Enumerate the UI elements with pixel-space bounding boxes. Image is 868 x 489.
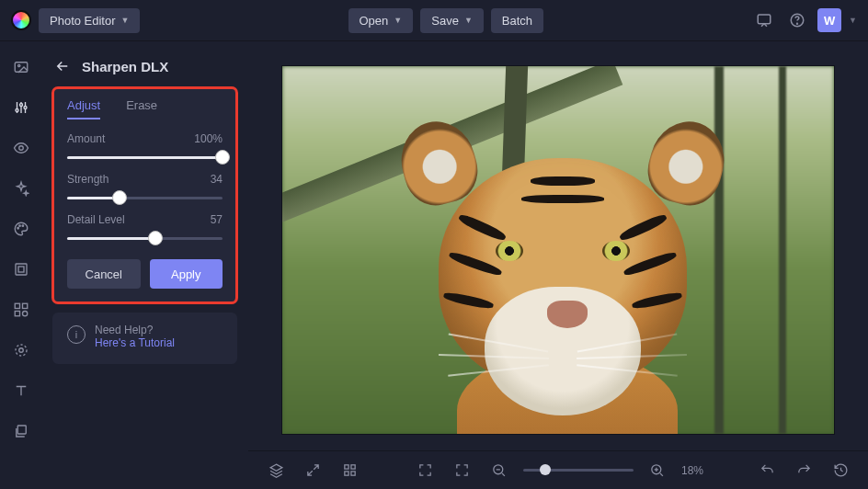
svg-point-11 [22, 225, 24, 227]
svg-point-8 [18, 146, 23, 151]
fit-icon[interactable] [450, 458, 475, 483]
apply-button[interactable]: Apply [150, 259, 223, 289]
side-panel: Sharpen DLX Adjust Erase Amount 100% Str… [41, 41, 248, 489]
strength-value: 34 [211, 173, 223, 186]
canvas-area[interactable] [248, 41, 868, 450]
open-button[interactable]: Open ▼ [348, 8, 414, 33]
adjust-card: Adjust Erase Amount 100% Strength 34 [52, 87, 237, 303]
bottom-bar: 18% [248, 450, 868, 489]
app-logo-icon [11, 10, 31, 30]
avatar-initial: W [824, 14, 835, 28]
info-icon: i [67, 325, 86, 344]
grid-icon[interactable] [337, 458, 362, 483]
svg-rect-12 [16, 264, 27, 275]
chevron-down-icon[interactable]: ▼ [849, 16, 857, 25]
cancel-button[interactable]: Cancel [67, 259, 141, 289]
app-mode-dropdown[interactable]: Photo Editor ▼ [39, 8, 140, 33]
svg-point-7 [24, 107, 27, 109]
svg-point-18 [16, 345, 27, 356]
help-icon[interactable] [784, 7, 810, 33]
layers-icon[interactable] [263, 458, 289, 483]
fullscreen-icon[interactable] [413, 458, 439, 483]
zoom-value: 18% [681, 464, 703, 477]
svg-rect-16 [15, 312, 19, 316]
tab-adjust[interactable]: Adjust [67, 98, 100, 119]
svg-rect-23 [344, 472, 348, 475]
help-link[interactable]: Here's a Tutorial [95, 336, 175, 349]
app-mode-label: Photo Editor [50, 14, 116, 28]
svg-point-10 [18, 225, 20, 227]
svg-rect-21 [344, 465, 348, 469]
slider-amount: Amount 100% [67, 132, 223, 165]
zoom-out-icon[interactable] [486, 458, 512, 483]
chevron-down-icon: ▼ [464, 16, 473, 25]
svg-rect-13 [18, 267, 24, 272]
zoom-slider[interactable] [523, 469, 634, 472]
svg-rect-14 [15, 303, 19, 308]
save-button[interactable]: Save ▼ [420, 8, 484, 33]
user-avatar[interactable]: W [817, 8, 841, 32]
svg-rect-0 [758, 15, 771, 24]
svg-rect-22 [350, 465, 354, 469]
feedback-icon[interactable] [751, 7, 777, 33]
back-button[interactable] [52, 56, 73, 76]
help-title: Need Help? [95, 324, 175, 336]
strength-slider[interactable] [67, 189, 223, 206]
batch-label: Batch [502, 14, 532, 28]
tool-eye-icon[interactable] [7, 135, 35, 161]
slider-detail: Detail Level 57 [67, 213, 223, 246]
svg-rect-24 [350, 472, 354, 475]
detail-value: 57 [211, 213, 223, 226]
expand-icon[interactable] [300, 458, 326, 483]
svg-point-2 [797, 23, 798, 24]
tool-text-icon[interactable] [7, 378, 35, 404]
tab-erase[interactable]: Erase [126, 98, 157, 119]
chevron-down-icon: ▼ [394, 16, 402, 25]
detail-slider[interactable] [67, 230, 223, 246]
svg-point-4 [17, 64, 19, 66]
help-card: i Need Help? Here's a Tutorial [52, 313, 237, 364]
tool-elements-icon[interactable] [7, 297, 35, 323]
svg-point-17 [22, 312, 27, 316]
strength-label: Strength [67, 173, 108, 186]
redo-icon[interactable] [791, 458, 817, 483]
chevron-down-icon: ▼ [121, 16, 130, 25]
history-icon[interactable] [828, 458, 853, 483]
tool-sparkle-icon[interactable] [7, 176, 35, 201]
save-label: Save [431, 14, 459, 28]
svg-point-5 [16, 109, 18, 112]
slider-strength: Strength 34 [67, 173, 223, 206]
panel-title: Sharpen DLX [82, 59, 168, 74]
svg-rect-15 [22, 303, 27, 308]
tool-layers-icon[interactable] [7, 418, 35, 444]
tool-strip [0, 41, 41, 489]
svg-point-9 [17, 228, 18, 230]
zoom-in-icon[interactable] [645, 458, 670, 483]
svg-rect-20 [17, 426, 26, 434]
batch-button[interactable]: Batch [491, 8, 543, 33]
svg-point-6 [19, 104, 22, 107]
amount-label: Amount [67, 132, 105, 145]
amount-value: 100% [194, 132, 223, 145]
image-preview [282, 66, 834, 434]
tool-frame-icon[interactable] [7, 256, 35, 282]
detail-label: Detail Level [67, 213, 125, 226]
top-bar: Photo Editor ▼ Open ▼ Save ▼ Batch W ▼ [0, 0, 868, 41]
amount-slider[interactable] [67, 149, 223, 165]
tool-retouch-icon[interactable] [7, 337, 35, 363]
tool-palette-icon[interactable] [7, 216, 35, 242]
svg-point-19 [18, 348, 23, 353]
open-label: Open [360, 14, 389, 28]
tool-image-icon[interactable] [7, 54, 35, 80]
tool-adjust-icon[interactable] [7, 95, 35, 120]
undo-icon[interactable] [754, 458, 780, 483]
